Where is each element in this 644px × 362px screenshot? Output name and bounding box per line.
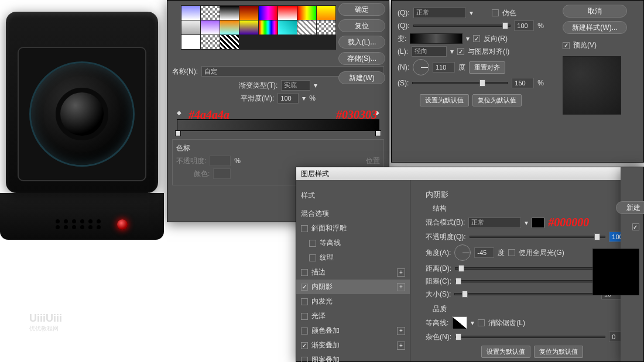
add-effect-button[interactable]: + xyxy=(397,342,405,350)
style-label: (L): xyxy=(398,47,408,56)
overlay-opacity-input[interactable] xyxy=(514,20,534,31)
quality-label: 品质 xyxy=(433,304,639,314)
speaker-dots xyxy=(56,219,101,229)
scale-input[interactable] xyxy=(512,78,534,88)
style-item-label: 颜色叠加 xyxy=(311,326,340,336)
style-item-label: 等高线 xyxy=(320,238,341,248)
style-item-innerShadow[interactable]: 内阴影+ xyxy=(296,280,410,294)
angle-input[interactable] xyxy=(433,62,455,73)
ok-button[interactable]: 确定 xyxy=(338,3,385,16)
add-effect-button[interactable]: + xyxy=(397,268,405,277)
color-annot: #000000 xyxy=(548,216,589,229)
blend-mode-select[interactable]: 正常 xyxy=(413,8,466,18)
style-item-pattern[interactable]: 图案叠加 xyxy=(296,353,410,362)
chevron-down-icon: ▾ xyxy=(470,9,473,17)
style-checkbox[interactable] xyxy=(301,327,308,335)
blending-options-item[interactable]: 混合选项 xyxy=(296,206,410,221)
style-item-contour[interactable]: 等高线 xyxy=(296,236,410,250)
new-style-button[interactable]: 新建样式(W)... xyxy=(563,21,627,34)
new-button[interactable]: 新建(W) xyxy=(338,71,385,84)
style-item-texture[interactable]: 纹理 xyxy=(296,250,410,265)
opacity-prefix: (Q): xyxy=(398,22,410,30)
style-item-label: 光泽 xyxy=(311,311,326,321)
style-checkbox[interactable] xyxy=(301,342,308,349)
set-default-button[interactable]: 设置为默认值 xyxy=(420,94,469,106)
gradient-buttons: 确定 复位 载入(L)... 存储(S)... 新建(W) xyxy=(338,1,390,84)
opacity-label: 不透明度(Q): xyxy=(426,232,466,242)
gradient-preview[interactable] xyxy=(410,33,463,44)
style-item-gradOverlay[interactable]: 渐变叠加+ xyxy=(296,338,410,353)
overlay-buttons: 取消 新建样式(W)... 预览(V) xyxy=(563,3,633,115)
contour-swatch[interactable] xyxy=(452,316,467,329)
style-item-stroke[interactable]: 描边+ xyxy=(296,265,410,280)
global-light-checkbox[interactable] xyxy=(508,249,515,256)
angle-dial[interactable] xyxy=(413,59,429,75)
load-button[interactable]: 载入(L)... xyxy=(338,36,385,49)
preview-checkbox[interactable] xyxy=(563,42,570,49)
style-item-label: 渐变叠加 xyxy=(311,340,340,350)
degree-unit: 度 xyxy=(498,248,505,258)
camera-base xyxy=(0,193,164,240)
gradient-editor[interactable]: ◆◆ #4a4a4a #030303 xyxy=(177,109,379,131)
gradient-overlay-panel: 取消 新建样式(W)... 预览(V) (Q): 正常 ▾ 仿色 (Q): % … xyxy=(391,0,644,163)
new-style-partial-button[interactable]: 新建 xyxy=(616,201,644,214)
dither-checkbox[interactable] xyxy=(492,9,499,16)
mode-label: (Q): xyxy=(398,9,410,17)
reset-default-button[interactable]: 复位为默认值 xyxy=(472,94,522,106)
style-checkbox[interactable] xyxy=(301,269,308,276)
inner-blend-select[interactable]: 正常 xyxy=(468,218,521,228)
style-item-bevel[interactable]: 斜面和浮雕 xyxy=(296,221,410,236)
inner-shadow-title: 内阴影 xyxy=(426,189,639,200)
style-item-innerGlow[interactable]: 内发光 xyxy=(296,294,410,309)
style-checkbox[interactable] xyxy=(309,254,316,261)
style-checkbox[interactable] xyxy=(309,240,316,247)
size-label: 大小(S): xyxy=(426,289,451,299)
style-checkbox[interactable] xyxy=(301,225,308,232)
style-item-satin[interactable]: 光泽 xyxy=(296,309,410,323)
style-item-colorOverlay[interactable]: 颜色叠加+ xyxy=(296,323,410,338)
pct-unit: % xyxy=(537,79,544,87)
grad-label: 变: xyxy=(398,34,406,44)
style-item-label: 内发光 xyxy=(311,297,333,306)
styles-header: 样式 xyxy=(296,188,410,203)
reset-default-button[interactable]: 复位为默认值 xyxy=(534,346,583,358)
position-label: 位置 xyxy=(366,156,380,166)
style-checkbox[interactable] xyxy=(301,298,308,305)
style-checkbox[interactable] xyxy=(301,357,308,363)
preset-gradients[interactable] xyxy=(181,5,336,50)
preview-box xyxy=(592,249,639,295)
chevron-down-icon: ▾ xyxy=(302,94,306,102)
color-annot-left: #4a4a4a xyxy=(189,108,229,122)
style-item-label: 内阴影 xyxy=(311,282,333,292)
reset-align-button[interactable]: 重置对齐 xyxy=(469,61,505,74)
align-checkbox[interactable] xyxy=(457,48,464,55)
inner-angle-input[interactable] xyxy=(474,247,494,258)
shadow-color-swatch[interactable] xyxy=(532,218,544,228)
style-checkbox[interactable] xyxy=(301,313,308,320)
reverse-checkbox[interactable] xyxy=(473,35,480,42)
set-default-button[interactable]: 设置为默认值 xyxy=(481,346,530,358)
preview-checkbox[interactable] xyxy=(632,223,639,230)
contour-label: 等高线: xyxy=(426,318,448,328)
add-effect-button[interactable]: + xyxy=(397,327,405,335)
layer-style-dialog: 图层样式 样式 混合选项 斜面和浮雕等高线纹理描边+内阴影+内发光光泽颜色叠加+… xyxy=(296,167,644,362)
add-effect-button[interactable]: + xyxy=(397,283,405,291)
reset-button[interactable]: 复位 xyxy=(338,19,385,32)
pct-unit: % xyxy=(234,157,241,165)
style-checkbox[interactable] xyxy=(301,284,308,291)
stop-opacity-input xyxy=(210,156,231,166)
antialias-checkbox[interactable] xyxy=(478,319,485,326)
dialog-title: 图层样式 xyxy=(296,167,643,180)
save-button[interactable]: 存储(S)... xyxy=(338,52,385,65)
angle-dial[interactable] xyxy=(454,244,471,261)
style-select[interactable]: 径向 xyxy=(412,46,447,57)
smoothness-input[interactable] xyxy=(278,93,299,104)
cancel-button[interactable]: 取消 xyxy=(563,5,627,18)
lens-inner xyxy=(56,88,108,140)
grad-type-select[interactable]: 实底 xyxy=(281,80,310,91)
style-item-label: 描边 xyxy=(311,267,326,277)
preview-label: 预览(V) xyxy=(573,40,597,50)
blend-mode-label: 混合模式(B): xyxy=(426,218,465,227)
smoothness-label: 平滑度(M): xyxy=(241,94,274,104)
color-stops-label: 色标 xyxy=(176,143,380,153)
